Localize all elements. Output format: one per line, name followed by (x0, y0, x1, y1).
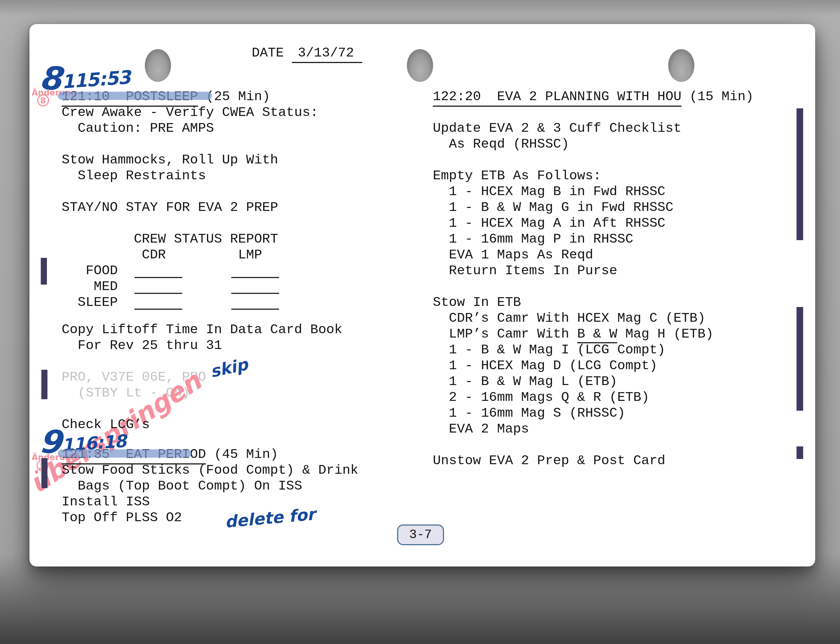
crew-status-columns: CDR LMP (62, 247, 262, 263)
page-number: 3-7 (409, 528, 432, 542)
date-label: DATE (252, 45, 284, 61)
line-stow-hammocks: Stow Hammocks, Roll Up With (62, 152, 278, 168)
line-top-off-plss: Top Off PLSS O2 (62, 510, 182, 526)
right-heading: 122:20 EVA 2 PLANNING WITH HOU (15 Min) (433, 89, 753, 105)
line-update-cuff: Update EVA 2 & 3 Cuff Checklist (433, 120, 681, 136)
line-sleep-restraints: Sleep Restraints (62, 168, 206, 184)
change-bar (41, 258, 47, 284)
right-heading-duration: (15 Min) (681, 89, 754, 104)
line-check-lcg: Check LCG’s (62, 417, 150, 432)
right-heading-underlined: 122:20 EVA 2 PLANNING WITH HOU (433, 89, 681, 107)
line-stay-no-stay: STAY/NO STAY FOR EVA 2 PREP (62, 199, 278, 215)
line-bw-mag-g: 1 - B & W Mag G in Fwd RHSSC (433, 199, 673, 215)
line-return-items: Return Items In Purse (433, 263, 617, 279)
fill-in-blank-line (231, 309, 279, 310)
crew-status-title: CREW STATUS REPORT (62, 231, 278, 247)
line-bags-top-boot: Bags (Top Boot Compt) On ISS (62, 478, 302, 494)
line-stow-food-sticks: Stow Food Sticks (Food Compt) & Drink (62, 462, 359, 478)
line-crew-awake: Crew Awake - Verify CWEA Status: (62, 105, 318, 120)
change-bar (41, 370, 47, 399)
line-cdr-camr: CDR’s Camr With HCEX Mag C (ETB) (433, 310, 706, 326)
fill-in-blank-line (134, 309, 182, 310)
line-for-rev: For Rev 25 thru 31 (62, 338, 222, 353)
change-bar (797, 108, 803, 240)
line-16mm-mags-qr: 2 - 16mm Mags Q & R (ETB) (433, 389, 649, 405)
line-hcex-mag-d: 1 - HCEX Mag D (LCG Compt) (433, 358, 657, 374)
checklist-page: DATE 3/13/72 8 115:53 Änderung 8 121:10 … (29, 24, 815, 567)
binder-hole-icon (407, 49, 433, 82)
line-as-reqd: As Reqd (RHSSC) (433, 136, 569, 152)
crew-status-row-food: FOOD (62, 263, 118, 279)
fill-in-blank-line (231, 277, 279, 278)
line-eva2-maps: EVA 2 Maps (433, 421, 529, 437)
crew-status-row-med: MED (62, 279, 118, 294)
line-unstow-eva2: Unstow EVA 2 Prep & Post Card (433, 453, 665, 468)
change-bar (797, 307, 803, 411)
change-bar (797, 447, 803, 459)
line-copy-liftoff: Copy Liftoff Time In Data Card Book (62, 322, 342, 338)
line-hcex-mag-a: 1 - HCEX Mag A in Aft RHSSC (433, 215, 665, 231)
line-16mm-mag-s: 1 - 16mm Mag S (RHSSC) (433, 405, 625, 421)
strikethrough-highlight (58, 92, 212, 100)
binder-hole-icon (668, 49, 694, 82)
scanned-checklist-screenshot: { "document": { "date_label": "DATE", "d… (0, 0, 840, 644)
date-line: DATE 3/13/72 (252, 45, 362, 61)
line-16mm-mag-p: 1 - 16mm Mag P in RHSSC (433, 231, 633, 247)
line-hcex-mag-b: 1 - HCEX Mag B in Fwd RHSSC (433, 184, 665, 199)
binder-hole-icon (145, 49, 171, 82)
fill-in-blank-line (134, 277, 182, 278)
bw-underlined: B & W (577, 326, 617, 343)
circled-change-number-8: 8 (37, 94, 49, 107)
line-install-iss: Install ISS (62, 494, 150, 510)
change-bar (41, 458, 47, 488)
handwritten-delete-for: delete for (224, 505, 316, 531)
line-bw-mag-i: 1 - B & W Mag I (LCG Compt) (433, 342, 665, 358)
line-eva1-maps: EVA 1 Maps As Reqd (433, 247, 593, 263)
fill-in-blank-line (134, 293, 182, 294)
line-empty-etb: Empty ETB As Follows: (433, 168, 601, 184)
date-value: 3/13/72 (292, 45, 362, 63)
line-bw-mag-l: 1 - B & W Mag L (ETB) (433, 374, 617, 389)
page-number-badge: 3-7 (397, 524, 444, 545)
strikethrough-highlight (58, 449, 192, 458)
handwritten-skip: skip (209, 355, 249, 380)
crew-status-row-sleep: SLEEP (62, 294, 118, 310)
step9-duration: (45 Min) (206, 447, 278, 462)
line-lmp-camr: LMP’s Camr With B & W Mag H (ETB) (433, 326, 714, 342)
line-caution: Caution: PRE AMPS (62, 120, 214, 136)
line-stow-in-etb: Stow In ETB (433, 294, 521, 310)
fill-in-blank-line (231, 293, 279, 294)
